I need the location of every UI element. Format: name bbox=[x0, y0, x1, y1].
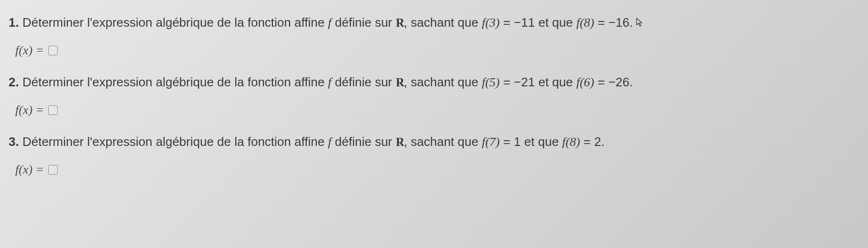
real-set-symbol: R bbox=[396, 13, 404, 32]
problem-number: 3. bbox=[9, 134, 19, 149]
equals-sign: = bbox=[594, 15, 608, 30]
condition-2-rhs: −26 bbox=[608, 75, 629, 89]
condition-1-rhs: 1 bbox=[514, 134, 521, 149]
conjunction: et que bbox=[535, 75, 576, 89]
condition-2-lhs: f(6) bbox=[576, 75, 595, 89]
condition-2-rhs: 2 bbox=[594, 134, 601, 149]
equals-sign: = bbox=[500, 15, 514, 30]
conjunction: et que bbox=[521, 134, 562, 149]
problem-prefix: Déterminer l'expression algébrique de la… bbox=[22, 134, 328, 149]
mid-text-1: définie sur bbox=[332, 15, 396, 30]
real-set-symbol: R bbox=[396, 73, 404, 92]
answer-lhs: f(x) bbox=[15, 103, 32, 117]
equals-sign: = bbox=[580, 134, 595, 149]
answer-equals: = bbox=[32, 163, 44, 176]
condition-2-lhs: f(8) bbox=[576, 16, 595, 30]
equals-sign: = bbox=[594, 75, 608, 89]
period: . bbox=[629, 75, 633, 89]
function-symbol: f bbox=[328, 16, 331, 30]
cursor-icon bbox=[636, 15, 644, 30]
problem-2-statement: 2. Déterminer l'expression algébrique de… bbox=[9, 73, 859, 92]
condition-1-lhs: f(5) bbox=[482, 75, 500, 89]
answer-line-2: f(x) = bbox=[15, 103, 859, 117]
answer-line-3: f(x) = bbox=[15, 163, 859, 177]
condition-1-rhs: −21 bbox=[514, 75, 535, 89]
condition-1-lhs: f(7) bbox=[482, 135, 500, 149]
problem-number: 1. bbox=[9, 15, 19, 30]
mid-text-2: , sachant que bbox=[404, 134, 481, 149]
function-symbol: f bbox=[328, 135, 331, 149]
conjunction: et que bbox=[535, 15, 576, 30]
mid-text-1: définie sur bbox=[332, 134, 396, 149]
equals-sign: = bbox=[500, 134, 514, 149]
answer-line-1: f(x) = bbox=[15, 43, 859, 58]
condition-2-lhs: f(8) bbox=[562, 135, 580, 149]
equals-sign: = bbox=[500, 75, 514, 89]
problem-2: 2. Déterminer l'expression algébrique de… bbox=[9, 73, 859, 117]
problem-1: 1. Déterminer l'expression algébrique de… bbox=[9, 13, 859, 58]
problem-1-statement: 1. Déterminer l'expression algébrique de… bbox=[9, 13, 859, 32]
period: . bbox=[629, 15, 633, 30]
real-set-symbol: R bbox=[396, 133, 404, 151]
problem-prefix: Déterminer l'expression algébrique de la… bbox=[22, 15, 328, 30]
answer-lhs: f(x) bbox=[15, 43, 32, 57]
condition-2-rhs: −16 bbox=[608, 15, 629, 30]
period: . bbox=[601, 134, 605, 149]
function-symbol: f bbox=[328, 75, 331, 89]
mid-text-1: définie sur bbox=[332, 75, 396, 89]
condition-1-rhs: −11 bbox=[514, 15, 535, 30]
mid-text-2: , sachant que bbox=[404, 75, 481, 89]
condition-1-lhs: f(3) bbox=[482, 16, 500, 30]
problem-prefix: Déterminer l'expression algébrique de la… bbox=[22, 75, 328, 89]
answer-input-2[interactable] bbox=[48, 105, 58, 115]
answer-lhs: f(x) bbox=[15, 163, 32, 176]
mid-text-2: , sachant que bbox=[404, 15, 481, 30]
problem-number: 2. bbox=[9, 75, 19, 89]
answer-equals: = bbox=[32, 43, 44, 57]
problem-3-statement: 3. Déterminer l'expression algébrique de… bbox=[9, 133, 859, 151]
answer-equals: = bbox=[32, 103, 44, 117]
answer-input-1[interactable] bbox=[48, 46, 58, 55]
answer-input-3[interactable] bbox=[48, 165, 58, 175]
problem-3: 3. Déterminer l'expression algébrique de… bbox=[9, 133, 859, 177]
